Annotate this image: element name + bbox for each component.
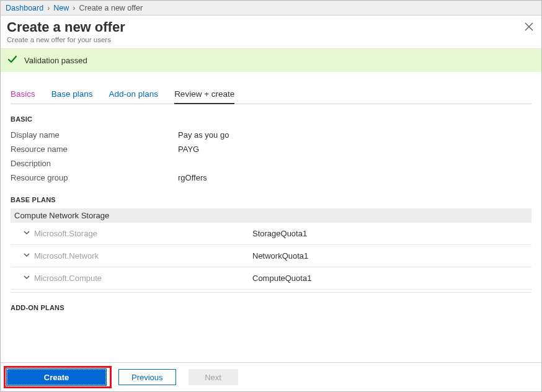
value-display-name: Pay as you go [178,130,229,140]
close-button[interactable] [523,20,535,33]
validation-banner: Validation passed [1,49,541,72]
check-icon [7,54,18,67]
plan-row-network[interactable]: Microsoft.Network NetworkQuota1 [11,245,531,267]
tabs: Basics Base plans Add-on plans Review + … [11,86,531,104]
page-title: Create a new offer [7,19,535,35]
value-resource-group: rgOffers [178,173,207,182]
tab-base-plans[interactable]: Base plans [51,86,93,104]
row-resource-group: Resource group rgOffers [11,171,531,185]
breadcrumb-new[interactable]: New [53,4,69,12]
divider [11,292,531,293]
plan-quota-storage: StorageQuota1 [252,229,307,238]
breadcrumb-current: Create a new offer [79,4,143,12]
plan-quota-compute: ComputeQuota1 [252,274,311,283]
content-area: BASIC Display name Pay as you go Resourc… [1,104,541,362]
chevron-right-icon: › [47,4,50,12]
label-resource-name: Resource name [11,145,178,154]
row-resource-name: Resource name PAYG [11,142,531,156]
label-description: Description [11,159,178,168]
close-icon [525,22,533,31]
page-subtitle: Create a new offer for your users [7,36,535,43]
breadcrumb: Dashboard › New › Create a new offer [1,1,541,16]
validation-message: Validation passed [24,56,87,65]
create-button[interactable]: Create [7,369,106,385]
value-resource-name: PAYG [178,145,199,154]
tab-basics[interactable]: Basics [11,86,35,104]
label-display-name: Display name [11,130,178,140]
label-resource-group: Resource group [11,173,178,182]
plan-service-compute: Microsoft.Compute [34,274,252,283]
plan-row-compute[interactable]: Microsoft.Compute ComputeQuota1 [11,267,531,290]
row-display-name: Display name Pay as you go [11,128,531,142]
section-base-plans-label: BASE PLANS [11,196,531,203]
base-plan-title: Compute Network Storage [11,208,531,223]
section-addon-plans-label: ADD-ON PLANS [11,304,531,311]
chevron-down-icon [23,251,34,261]
row-description: Description [11,156,531,171]
plan-row-storage[interactable]: Microsoft.Storage StorageQuota1 [11,223,531,245]
chevron-down-icon [23,229,34,238]
breadcrumb-dashboard[interactable]: Dashboard [6,4,43,12]
previous-button[interactable]: Previous [118,369,176,385]
plan-service-storage: Microsoft.Storage [34,229,252,238]
page-header: Create a new offer Create a new offer fo… [1,16,541,49]
chevron-down-icon [23,274,34,283]
chevron-right-icon: › [73,4,75,12]
section-basic-label: BASIC [11,115,531,123]
plan-quota-network: NetworkQuota1 [252,251,308,261]
plan-service-network: Microsoft.Network [34,251,252,261]
tab-add-on-plans[interactable]: Add-on plans [109,86,159,104]
footer: Create Previous Next [1,362,541,391]
tab-review-create[interactable]: Review + create [174,86,234,104]
next-button: Next [189,369,238,385]
